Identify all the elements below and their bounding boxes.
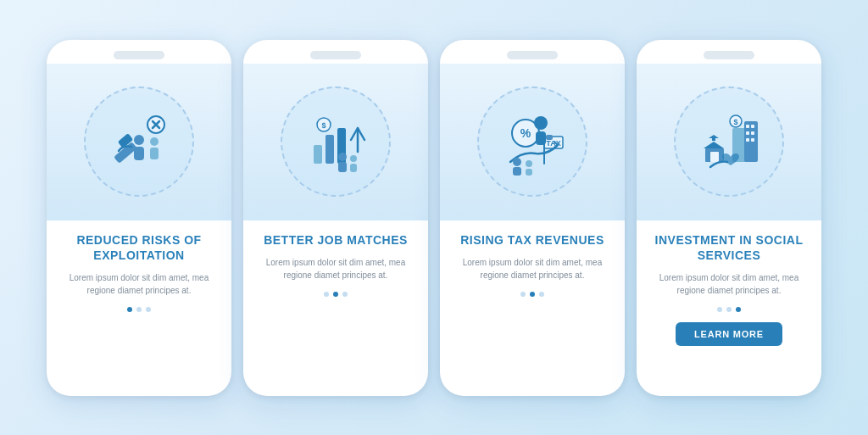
svg-point-7 bbox=[150, 137, 159, 146]
phone-card-social-services: $ INVESTMENT IN SOCIAL SERVICES Lorem ip… bbox=[637, 40, 821, 396]
illustration-area-tax: % TAX bbox=[440, 64, 625, 220]
exploitation-icon bbox=[101, 103, 177, 180]
svg-point-15 bbox=[338, 153, 347, 161]
phone-notch bbox=[507, 51, 558, 59]
phone-card-job-matches: $ BETTER JOB MATCHES Lorem ipsum dolor s… bbox=[243, 40, 428, 396]
svg-rect-18 bbox=[350, 164, 357, 172]
svg-point-5 bbox=[134, 135, 144, 145]
svg-rect-9 bbox=[314, 145, 322, 164]
svg-rect-43 bbox=[712, 137, 715, 141]
phone-top-bar bbox=[637, 40, 821, 64]
card-body-tax: Lorem ipsum dolor sit dim amet, mea regi… bbox=[455, 256, 609, 282]
svg-rect-37 bbox=[746, 138, 749, 142]
card-title-job: BETTER JOB MATCHES bbox=[264, 232, 408, 248]
phone-top-bar bbox=[243, 40, 428, 64]
dot bbox=[717, 307, 722, 312]
svg-text:%: % bbox=[520, 126, 531, 140]
card-title-social: INVESTMENT IN SOCIAL SERVICES bbox=[652, 232, 806, 263]
dot bbox=[342, 292, 348, 297]
phone-content-job: BETTER JOB MATCHES Lorem ipsum dolor sit… bbox=[243, 220, 428, 396]
svg-marker-39 bbox=[704, 142, 724, 148]
circle-bg: $ bbox=[674, 86, 784, 197]
card-body-job: Lorem ipsum dolor sit dim amet, mea regi… bbox=[259, 256, 413, 282]
svg-rect-41 bbox=[710, 152, 719, 162]
svg-rect-34 bbox=[751, 125, 754, 128]
social-icon: $ bbox=[691, 103, 767, 180]
phones-container: REDUCED RISKS OF EXPLOITATION Lorem ipsu… bbox=[30, 23, 838, 413]
dots-area-social bbox=[717, 307, 741, 312]
dots-area-tax bbox=[520, 292, 544, 297]
tax-icon: % TAX bbox=[494, 103, 570, 180]
dot-active bbox=[736, 307, 741, 312]
card-title-tax: RISING TAX REVENUES bbox=[460, 232, 604, 248]
svg-rect-35 bbox=[746, 131, 749, 135]
phone-notch bbox=[704, 51, 754, 59]
illustration-area-social: $ bbox=[637, 64, 821, 220]
svg-point-26 bbox=[526, 160, 532, 167]
phone-card-tax-revenues: % TAX bbox=[440, 40, 625, 396]
svg-rect-6 bbox=[134, 147, 144, 160]
illustration-area-exploitation bbox=[47, 64, 231, 220]
learn-more-button[interactable]: LEARN MORE bbox=[676, 322, 782, 346]
svg-rect-8 bbox=[150, 148, 159, 159]
dots-area-job bbox=[324, 292, 348, 297]
dot bbox=[324, 292, 329, 297]
phone-content-social: INVESTMENT IN SOCIAL SERVICES Lorem ipsu… bbox=[637, 220, 821, 396]
dot-active bbox=[530, 292, 535, 297]
phone-notch bbox=[114, 51, 164, 59]
card-title-exploitation: REDUCED RISKS OF EXPLOITATION bbox=[62, 232, 216, 263]
svg-rect-38 bbox=[751, 138, 754, 142]
dot bbox=[136, 307, 142, 312]
svg-text:$: $ bbox=[321, 121, 326, 130]
card-body-social: Lorem ipsum dolor sit dim amet, mea regi… bbox=[652, 271, 806, 297]
svg-text:$: $ bbox=[733, 118, 737, 126]
dot-active bbox=[127, 307, 132, 312]
phone-content-exploitation: REDUCED RISKS OF EXPLOITATION Lorem ipsu… bbox=[47, 220, 231, 396]
svg-point-17 bbox=[350, 155, 357, 162]
circle-bg: % TAX bbox=[477, 86, 587, 197]
svg-rect-16 bbox=[338, 162, 347, 172]
phone-content-tax: RISING TAX REVENUES Lorem ipsum dolor si… bbox=[440, 220, 625, 396]
dot bbox=[520, 292, 526, 297]
illustration-area-job: $ bbox=[243, 64, 428, 220]
dots-area-exploitation bbox=[127, 307, 151, 312]
svg-rect-29 bbox=[536, 131, 546, 145]
phone-top-bar bbox=[440, 40, 625, 64]
svg-rect-30 bbox=[546, 135, 553, 140]
dot-active bbox=[333, 292, 338, 297]
phone-notch bbox=[310, 51, 361, 59]
circle-bg bbox=[84, 86, 194, 197]
svg-rect-27 bbox=[526, 169, 532, 176]
dot bbox=[146, 307, 151, 312]
svg-rect-10 bbox=[326, 135, 334, 164]
svg-point-24 bbox=[513, 158, 521, 166]
phone-top-bar bbox=[47, 40, 231, 64]
dot bbox=[539, 292, 544, 297]
card-body-exploitation: Lorem ipsum dolor sit dim amet, mea regi… bbox=[62, 271, 216, 297]
job-icon: $ bbox=[298, 103, 374, 180]
svg-rect-33 bbox=[746, 125, 749, 128]
dot bbox=[726, 307, 732, 312]
svg-rect-36 bbox=[751, 131, 754, 135]
phone-card-exploitation: REDUCED RISKS OF EXPLOITATION Lorem ipsu… bbox=[47, 40, 231, 396]
svg-rect-25 bbox=[513, 167, 521, 176]
svg-point-28 bbox=[534, 116, 548, 130]
svg-text:TAX: TAX bbox=[546, 139, 560, 148]
circle-bg: $ bbox=[281, 86, 391, 197]
